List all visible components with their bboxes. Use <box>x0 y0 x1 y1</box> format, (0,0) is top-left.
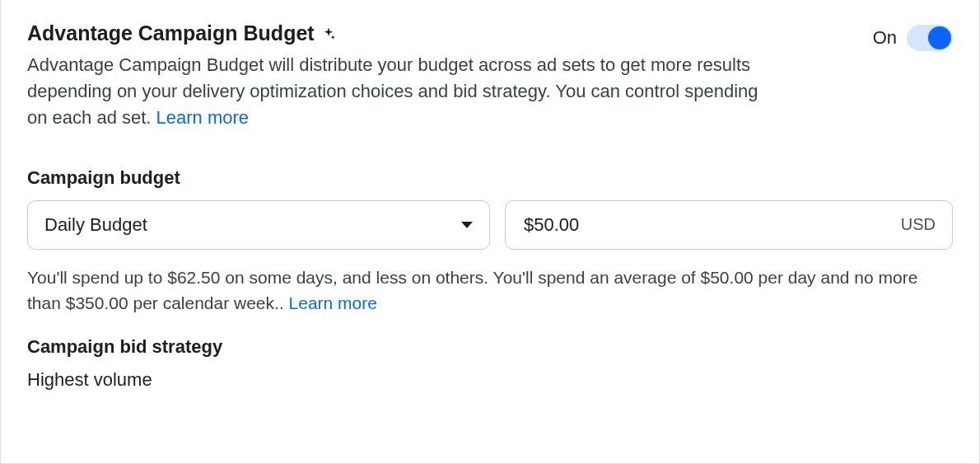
description-text: Advantage Campaign Budget will distribut… <box>27 54 758 128</box>
budget-type-select[interactable]: Daily Budget <box>27 200 490 250</box>
budget-toggle[interactable] <box>907 25 953 51</box>
learn-more-link[interactable]: Learn more <box>156 107 250 128</box>
budget-amount-field[interactable]: USD <box>505 200 953 250</box>
campaign-budget-panel: Advantage Campaign Budget Advantage Camp… <box>0 0 980 464</box>
budget-type-value: Daily Budget <box>44 214 147 236</box>
budget-hint-text: You'll spend up to $62.50 on some days, … <box>27 268 917 313</box>
budget-section: Campaign budget Daily Budget USD You'll … <box>27 167 953 316</box>
bid-label: Campaign bid strategy <box>27 336 953 358</box>
chevron-down-icon <box>461 222 473 228</box>
budget-amount-input[interactable] <box>522 213 687 237</box>
header-left: Advantage Campaign Budget Advantage Camp… <box>27 21 873 131</box>
title-line: Advantage Campaign Budget <box>27 21 873 45</box>
budget-hint: You'll spend up to $62.50 on some days, … <box>27 265 953 316</box>
toggle-knob <box>928 26 951 49</box>
sparkle-icon <box>321 26 336 41</box>
toggle-wrap: On <box>873 21 953 51</box>
section-title: Advantage Campaign Budget <box>27 21 315 45</box>
budget-row: Daily Budget USD <box>27 200 953 250</box>
currency-label: USD <box>901 215 936 234</box>
toggle-state-label: On <box>873 27 897 49</box>
bid-value: Highest volume <box>27 369 953 391</box>
budget-learn-more-link[interactable]: Learn more <box>289 293 377 312</box>
bid-section: Campaign bid strategy Highest volume <box>27 336 953 391</box>
header-row: Advantage Campaign Budget Advantage Camp… <box>27 21 953 131</box>
budget-label: Campaign budget <box>27 167 953 189</box>
section-description: Advantage Campaign Budget will distribut… <box>27 52 768 131</box>
